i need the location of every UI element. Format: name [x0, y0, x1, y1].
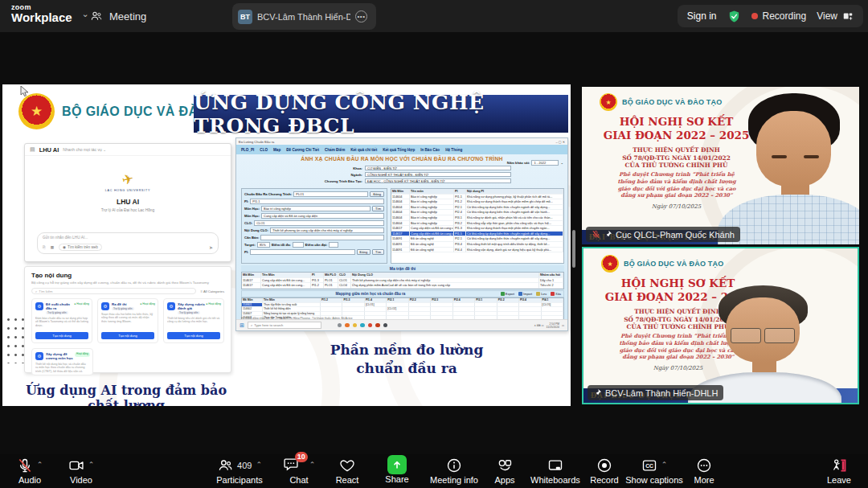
- lhu-title: LHU AI: [25, 198, 231, 206]
- info-icon: [446, 457, 462, 474]
- export-button: Export: [501, 292, 514, 296]
- mouse-cursor: [20, 85, 29, 97]
- whiteboards-button[interactable]: Whiteboards: [521, 457, 590, 485]
- people-icon: [90, 10, 103, 23]
- caption-software: Phần mềm đo lường chuẩn đầu ra: [310, 341, 503, 378]
- audio-button[interactable]: ⌃ Audio: [6, 457, 53, 485]
- pi-table: Mã MônTên mônPINội dung PI 114604Bảo trì…: [391, 188, 564, 264]
- mapping-title: Mapping giữa môn học và chuẩn đầu ra: [244, 292, 497, 296]
- lhu-input-placeholder: Gửi tin nhắn đến LHU AI...: [43, 236, 213, 240]
- notification-icon: ▭: [562, 324, 564, 327]
- studio-filter: ≡ All Categories: [201, 289, 224, 293]
- windows-start-icon: ⊞: [240, 322, 244, 328]
- studio-title: Tạo nội dung: [31, 272, 224, 279]
- bot-icon: ⚙: [101, 302, 109, 310]
- share-button[interactable]: Share: [375, 456, 420, 484]
- attach-icon: ⎘: [43, 245, 46, 249]
- sign-in-button[interactable]: Sign in: [687, 10, 717, 22]
- grid-icon: ▦: [51, 245, 54, 249]
- panel-resize-handle[interactable]: [572, 230, 575, 268]
- participant-video-person: [726, 93, 859, 244]
- recording-dot-icon: [751, 13, 758, 19]
- chevron-up-icon[interactable]: ⌃: [88, 461, 95, 469]
- content-studio-screenshot: Tạo nội dung Bộ công cụ hỗ trợ giảng viê…: [24, 266, 231, 373]
- create-content-button: Tạo nội dung: [167, 332, 220, 339]
- leave-button[interactable]: Leave: [817, 457, 862, 485]
- tab-options-icon[interactable]: •••: [355, 10, 367, 23]
- lhu-logo-icon: ✈: [121, 170, 136, 190]
- svg-text:CC: CC: [645, 463, 653, 469]
- participant-tile-pham-quoc-khanh[interactable]: ★ BỘ GIÁO DỤC VÀ ĐÀO TẠO HỘI NGHỊ SƠ KẾT…: [582, 87, 859, 244]
- lhu-subtitle: Trợ lý AI của Đại học Lạc Hồng: [25, 208, 231, 212]
- lhu-model-menu: Nhanh cho mọi tác vụ ⌄: [63, 147, 106, 152]
- participant-tile-lam-thanh-hien-active-speaker[interactable]: ★ BỘ GIÁO DỤC VÀ ĐÀO TẠO HỘI NGHỊ SƠ KẾT…: [582, 247, 859, 404]
- zoom-workplace-logo[interactable]: zoom Workplace ⌄: [11, 4, 89, 24]
- chevron-up-icon[interactable]: ⌃: [309, 461, 316, 469]
- chevron-down-icon: ⌄: [82, 9, 89, 19]
- camera-icon: [68, 457, 84, 474]
- save-button: Lưu: [536, 292, 547, 296]
- lhu-ai-screenshot: ▤ LHU AI Nhanh cho mọi tác vụ ⌄ ✈ LAC HO…: [24, 143, 231, 262]
- participants-button[interactable]: 409 ⌃ Participants: [195, 457, 284, 485]
- studio-card: ● Hoạt động ⚙ Đề xuất chuẩn đầu ra Trợ l…: [31, 298, 92, 343]
- zoom-workplace-app: zoom Workplace ⌄ Meeting BT BCV-Lâm Thàn…: [0, 0, 868, 488]
- react-button[interactable]: React: [325, 457, 370, 485]
- pin-icon: [604, 230, 612, 239]
- bot-icon: ⚙: [167, 302, 175, 310]
- pin-icon: [593, 388, 602, 397]
- vietnam-emblem: ★: [18, 93, 55, 129]
- shared-screen-content: ★ BỘ GIÁO DỤC VÀ ĐÀO TẠO ỨNG DỤNG CÔNG N…: [2, 84, 571, 406]
- whiteboard-icon: [547, 457, 563, 474]
- video-panel: ★ BỘ GIÁO DỤC VÀ ĐÀO TẠO HỘI NGHỊ SƠ KẾT…: [582, 87, 859, 404]
- captions-icon: CC: [641, 457, 657, 474]
- taskbar-search: ⌕Type here to search: [248, 322, 321, 329]
- vietnam-emblem: ★: [601, 255, 619, 273]
- record-icon: [596, 457, 612, 474]
- leave-icon: [830, 457, 848, 474]
- more-icon: [696, 457, 712, 474]
- web-search-label: Tìm kiếm trên web: [68, 245, 98, 249]
- chevron-up-icon[interactable]: ⌃: [661, 461, 668, 469]
- video-button[interactable]: ⌃ Video: [58, 457, 104, 485]
- meeting-info-button[interactable]: Meeting info: [420, 457, 489, 485]
- delete-button: Xóa: [551, 292, 561, 296]
- vietnam-emblem: ★: [600, 93, 617, 111]
- meeting-tab-label: Meeting: [109, 10, 146, 23]
- measurement-software-screenshot: Đo Lường Chuẩn Đầu ra – ▢ ✕ PLO_PICLOMap…: [235, 137, 568, 331]
- chat-button[interactable]: 10 ⌃ Chat: [272, 457, 326, 485]
- meeting-stage: ★ BỘ GIÁO DỤC VÀ ĐÀO TẠO ỨNG DỤNG CÔNG N…: [0, 32, 868, 454]
- software-window-title: Đo Lường Chuẩn Đầu ra: [239, 140, 274, 144]
- recording-indicator[interactable]: Recording: [751, 10, 807, 22]
- share-tab-badge: BT: [238, 10, 252, 24]
- tab-meeting[interactable]: Meeting: [90, 0, 146, 32]
- studio-card: Hoạt động ⚙ Xây dựng đề cương môn học Th…: [31, 348, 93, 375]
- studio-description: Bộ công cụ hỗ trợ giảng viên xây dựng đề…: [31, 281, 224, 285]
- share-screen-icon: [387, 455, 407, 474]
- heart-icon: [339, 457, 355, 474]
- bot-icon: ⚙: [35, 302, 43, 310]
- tab-shared-screen[interactable]: BT BCV-Lâm Thành Hiển-DHLH's scr •••: [232, 3, 376, 30]
- top-right-controls: Sign in Recording View: [678, 5, 863, 27]
- lhu-university-label: LAC HONG UNIVERSITY: [25, 189, 231, 192]
- security-shield-icon[interactable]: [727, 10, 741, 23]
- muted-mic-icon: [17, 457, 33, 474]
- chevron-up-icon[interactable]: ⌃: [256, 461, 262, 469]
- more-button[interactable]: More: [682, 457, 727, 485]
- lhu-brand: LHU AI: [39, 146, 59, 154]
- participants-count: 409: [237, 461, 252, 470]
- view-button[interactable]: View: [817, 10, 854, 22]
- create-content-button: Tạo nội dung: [35, 332, 88, 339]
- taskbar-app-icons: [338, 323, 388, 328]
- annotation-drag-dots: [5, 315, 24, 363]
- chat-unread-badge: 10: [295, 452, 308, 462]
- create-content-button: Tạo nội dung: [101, 332, 154, 339]
- participant-name-label: Cục QLCL-Phạm Quốc Khánh: [586, 227, 740, 242]
- chevron-up-icon[interactable]: ⌃: [37, 461, 43, 469]
- matrix-title: Ma trận đề thi: [241, 265, 564, 272]
- participants-icon: [217, 457, 233, 474]
- recording-label: Recording: [763, 10, 807, 22]
- studio-card: ● Hoạt động ⚙ Xây dựng rubric đánh giá T…: [163, 298, 224, 343]
- slide-title-banner: ỨNG DỤNG CÔNG NGHỆ TRONG ĐBCL: [194, 95, 568, 133]
- view-layout-icon: [842, 10, 854, 22]
- bot-icon: ⚙: [35, 352, 43, 360]
